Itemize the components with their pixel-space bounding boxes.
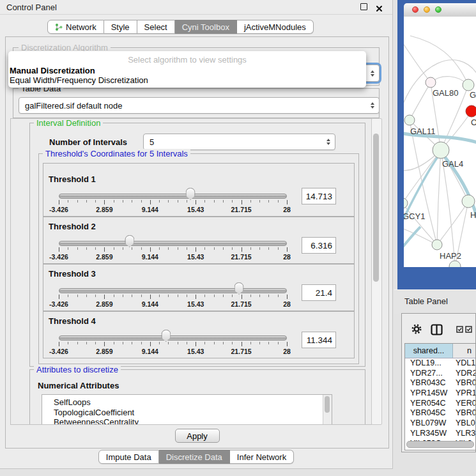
algorithm-dropdown-hint: Select algorithm to view settings [8, 55, 366, 65]
tick-mark [259, 200, 260, 203]
tab-jactivemnodules[interactable]: jActiveMNodules [237, 20, 314, 34]
cell-name: YLR3 [452, 429, 475, 439]
network-node-label: O [471, 118, 476, 127]
zoom-traffic-light-icon[interactable] [435, 6, 441, 13]
attribute-item[interactable]: TopologicalCoefficient [42, 408, 332, 418]
list-scrollbar-thumb[interactable] [325, 396, 330, 413]
network-node-ga[interactable] [463, 79, 474, 91]
network-node-gal80[interactable] [426, 77, 436, 88]
network-edge[interactable] [437, 150, 441, 245]
network-node-o[interactable] [466, 105, 476, 117]
settings-scrollbar-thumb[interactable] [373, 134, 379, 282]
tick-mark [287, 247, 288, 252]
cell-name: YER0 [452, 399, 475, 409]
table-row[interactable]: YBL079WYBL0 [405, 418, 475, 429]
tick-label: 21.715 [231, 206, 252, 213]
tab-discretize-data[interactable]: Discretize Data [159, 450, 230, 464]
slider-ticks [59, 342, 287, 347]
table-row[interactable]: YBR045CYBR0 [405, 408, 475, 418]
tab-select-label: Select [144, 22, 167, 32]
table-row[interactable]: YBR043CYBR0 [405, 378, 475, 388]
tick-mark [114, 342, 114, 344]
table-data-select[interactable]: galFiltered.sif default node [19, 97, 380, 114]
cell-shared-name: YDR27... [405, 369, 452, 379]
tab-impute-data[interactable]: Impute Data [98, 450, 159, 464]
tick-mark [68, 295, 68, 297]
tick-mark [104, 342, 105, 346]
list-scrollbar[interactable] [323, 395, 332, 425]
network-canvas[interactable]: GAL80GAOGAL11GAL4GCY1HHAP2 [404, 17, 476, 267]
tick-mark [123, 247, 123, 250]
settings-scrollbar[interactable] [371, 118, 382, 425]
tick-mark [86, 342, 87, 344]
tick-mark [132, 295, 132, 297]
tick-mark [178, 200, 178, 203]
table-row[interactable]: YER054CYER0 [405, 399, 475, 409]
column-header-shared-name[interactable]: shared... [405, 344, 453, 358]
tick-mark [68, 247, 68, 250]
table-horizontal-scrollbar[interactable] [406, 441, 474, 448]
show-columns-button[interactable] [431, 324, 443, 338]
network-edge[interactable] [404, 227, 437, 245]
tick-mark [196, 200, 196, 204]
threshold-slider[interactable]: -3.4262.8599.14415.4321.71528 [59, 187, 287, 215]
close-window-button[interactable] [376, 3, 383, 11]
threshold-value-field[interactable]: 14.713 [302, 188, 336, 204]
network-node-gcy1[interactable] [404, 198, 408, 208]
attribute-item[interactable]: SelfLoops [42, 397, 332, 408]
table-row[interactable]: YPR145WYPR1 [405, 388, 475, 399]
threshold-label: Threshold 1 [49, 174, 96, 184]
algorithm-option-equal-width-frequency[interactable]: Equal Width/Frequency Discretization [8, 75, 366, 85]
tick-label: 21.715 [231, 348, 252, 355]
threshold-value-field[interactable]: 21.4 [302, 284, 336, 301]
threshold-slider[interactable]: -3.4262.8599.14415.4321.71528 [59, 329, 287, 357]
network-node[interactable] [449, 261, 461, 267]
network-edge[interactable] [410, 82, 431, 120]
tick-mark [196, 247, 196, 252]
network-edge[interactable] [404, 39, 431, 82]
table-row[interactable]: YDL19...YDL1 [405, 358, 475, 369]
tab-select[interactable]: Select [137, 20, 175, 34]
network-node-gal11[interactable] [404, 115, 415, 125]
table-settings-button[interactable] [411, 324, 422, 337]
tick-mark [86, 247, 87, 250]
table-row[interactable]: YDR27...YDR2 [405, 369, 475, 379]
tick-label: 9.144 [142, 253, 158, 261]
tab-style[interactable]: Style [104, 20, 137, 34]
slider-ticks [59, 200, 287, 205]
apply-button[interactable]: Apply [175, 429, 220, 443]
number-of-intervals-select[interactable]: 5 [143, 134, 335, 150]
tick-mark [123, 200, 123, 203]
network-edge[interactable] [404, 150, 441, 203]
tick-mark [104, 200, 105, 204]
tick-mark [242, 200, 242, 204]
tick-mark [259, 295, 260, 297]
threshold-value-field[interactable]: 11.344 [302, 332, 336, 348]
table-rows: YDL19...YDL1YDR27...YDR2YBR043CYBR0YPR14… [405, 358, 475, 449]
tick-mark [196, 342, 196, 346]
tick-mark [159, 247, 160, 250]
network-node-h[interactable] [462, 195, 475, 208]
close-traffic-light-icon[interactable] [412, 6, 418, 13]
attribute-item[interactable]: BetweennessCentrality [42, 417, 332, 425]
tick-mark [141, 200, 142, 203]
algorithm-option-manual-discretization[interactable]: Manual Discretization [8, 66, 366, 75]
network-node-gal4[interactable] [433, 142, 449, 158]
deselect-all-button[interactable] [465, 324, 472, 335]
column-header-name[interactable]: n [453, 344, 475, 358]
network-node-hap2[interactable] [432, 240, 442, 250]
threshold-value-field[interactable]: 6.316 [302, 237, 336, 254]
tab-cyni-toolbox[interactable]: Cyni Toolbox [175, 20, 237, 34]
table-row[interactable]: YLR345WYLR3 [405, 429, 475, 439]
minimize-traffic-light-icon[interactable] [424, 6, 430, 13]
tab-infer-network[interactable]: Infer Network [230, 450, 294, 464]
threshold-slider[interactable]: -3.4262.8599.14415.4321.71528 [59, 282, 287, 310]
float-window-button[interactable] [360, 3, 368, 11]
tab-network[interactable]: Network [47, 20, 104, 34]
select-all-button[interactable] [456, 324, 463, 335]
number-of-intervals-label: Number of Intervals [49, 137, 127, 147]
threshold-slider[interactable]: -3.4262.8599.14415.4321.71528 [59, 234, 287, 263]
attributes-group-title: Attributes to discretize [34, 365, 121, 374]
control-panel-window: Control Panel Network Style Select Cyni … [0, 0, 393, 469]
network-edge-highlighted[interactable] [404, 227, 420, 252]
